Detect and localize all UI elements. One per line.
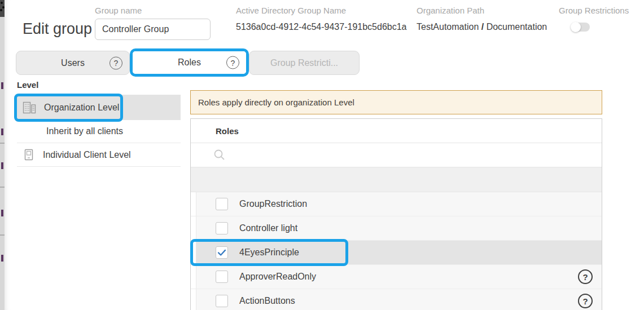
role-checkbox[interactable] [216, 198, 228, 210]
level-item-label: Organization Level [44, 103, 119, 113]
role-checkbox-checked[interactable] [216, 246, 228, 259]
checkmark-icon [217, 247, 227, 258]
role-label: ApproverReadOnly [239, 272, 316, 282]
role-checkbox[interactable] [216, 222, 228, 234]
role-label: 4EyesPrinciple [239, 247, 299, 258]
background-divider [0, 187, 5, 188]
background-logo-fragment [0, 0, 5, 17]
group-name-input[interactable] [95, 19, 211, 40]
tab-users[interactable]: Users ? [16, 51, 130, 75]
client-building-icon [24, 149, 34, 161]
background-text-fragment [1, 210, 3, 216]
path-separator: / [481, 22, 484, 32]
row-gutter [191, 265, 196, 289]
background-text-fragment [1, 82, 3, 89]
tab-roles-label: Roles [178, 57, 201, 68]
role-row-approverreadonly[interactable]: ApproverReadOnly ? [191, 265, 602, 289]
level-heading: Level [17, 80, 181, 90]
level-item-organization[interactable]: Organization Level [17, 95, 181, 120]
roles-group-row [191, 167, 602, 192]
role-checkbox[interactable] [216, 295, 228, 307]
role-row-actionbuttons[interactable]: ActionButtons ? [191, 289, 602, 310]
role-row-controller-light[interactable]: Controller light [191, 216, 602, 241]
tab-group-restrictions-label: Group Restricti... [270, 58, 338, 68]
info-banner: Roles apply directly on organization Lev… [190, 90, 602, 114]
group-restrictions-field: Group Restrictions [559, 6, 629, 32]
roles-search-input[interactable] [231, 147, 602, 163]
roles-column-header: Roles [191, 119, 602, 143]
tab-users-label: Users [61, 58, 85, 68]
organization-path-value: TestAutomation / Documentation [417, 22, 547, 32]
level-item-label: Inherit by all clients [46, 126, 123, 136]
organization-path-leaf: Documentation [487, 22, 547, 32]
role-row-4eyesprinciple[interactable]: 4EyesPrinciple [191, 241, 602, 265]
level-item-individual-client[interactable]: Individual Client Level [17, 143, 181, 167]
tab-roles[interactable]: Roles ? [133, 51, 246, 74]
group-name-field: Group name [95, 6, 211, 40]
background-divider [0, 234, 5, 236]
help-icon[interactable]: ? [578, 269, 593, 284]
group-name-label: Group name [95, 6, 211, 15]
role-label: ActionButtons [239, 296, 295, 306]
background-divider [0, 143, 5, 144]
toggle-knob-icon [571, 22, 581, 32]
help-icon[interactable]: ? [578, 294, 593, 308]
search-icon [213, 149, 226, 161]
row-gutter [191, 289, 196, 310]
highlight-annotation-roles-tab: Roles ? [130, 48, 249, 77]
organization-path-label: Organization Path [417, 6, 547, 15]
group-restrictions-label: Group Restrictions [559, 6, 629, 15]
roles-search-row [191, 143, 602, 167]
group-restrictions-toggle[interactable] [571, 23, 590, 32]
background-text-fragment [1, 162, 3, 169]
row-gutter [191, 216, 196, 240]
role-label: Controller light [239, 223, 297, 233]
roles-panel: Roles apply directly on organization Lev… [190, 90, 602, 310]
tab-group-restrictions[interactable]: Group Restricti... [249, 51, 360, 75]
roles-column-header-label: Roles [216, 126, 239, 136]
roles-table: Roles GroupRestriction [190, 118, 602, 310]
organization-buildings-icon [23, 101, 36, 114]
background-text-fragment [1, 255, 3, 262]
role-row-grouprestriction[interactable]: GroupRestriction [191, 192, 602, 216]
ad-group-name-field: Active Directory Group Name 5136a0cd-491… [236, 6, 406, 32]
organization-path-field: Organization Path TestAutomation / Docum… [417, 6, 547, 32]
info-banner-text: Roles apply directly on organization Lev… [198, 98, 354, 107]
tab-bar: Users ? Roles ? Group Restricti... [16, 48, 360, 77]
help-icon[interactable]: ? [109, 56, 122, 69]
page-title: Edit group [23, 20, 92, 38]
role-checkbox[interactable] [216, 271, 228, 283]
row-gutter [191, 192, 196, 216]
level-panel: Level [17, 80, 181, 167]
level-item-inherit-all-clients[interactable]: Inherit by all clients [17, 120, 181, 143]
background-page-edge [0, 0, 5, 310]
ad-group-name-label: Active Directory Group Name [236, 6, 406, 15]
edit-group-dialog: Edit group Group name Active Directory G… [5, 0, 644, 310]
role-label: GroupRestriction [239, 199, 307, 209]
ad-group-name-value: 5136a0cd-4912-4c54-9437-191bc5d6bc1a [236, 22, 406, 32]
background-text-fragment [1, 129, 3, 135]
organization-path-root: TestAutomation [417, 22, 479, 32]
row-gutter [191, 241, 196, 264]
help-icon[interactable]: ? [226, 56, 239, 69]
level-item-label: Individual Client Level [43, 150, 131, 160]
screenshot-root: Edit group Group name Active Directory G… [0, 0, 644, 310]
